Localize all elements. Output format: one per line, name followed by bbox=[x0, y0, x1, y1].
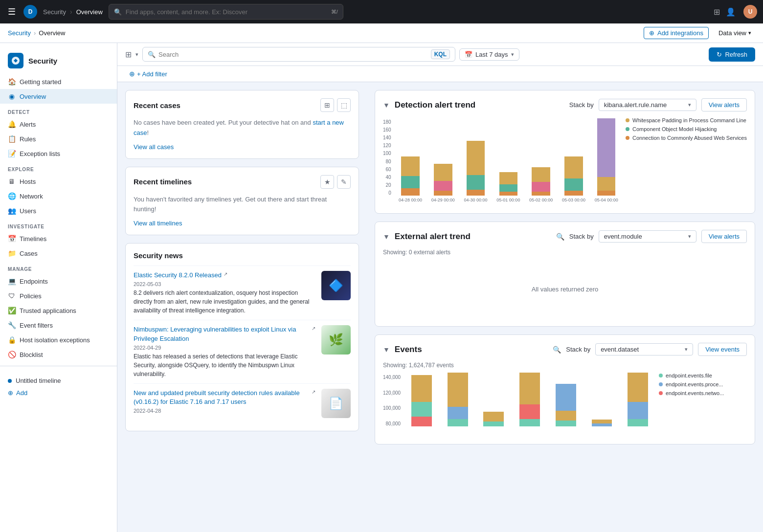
sidebar-item-rules[interactable]: 📋 Rules bbox=[0, 132, 117, 146]
ev-legend-label-3: endpoint.events.netwo... bbox=[666, 390, 724, 396]
sidebar-title: Security bbox=[28, 57, 57, 65]
ev-legend-dot-2 bbox=[659, 382, 663, 386]
sidebar-item-network[interactable]: 🌐 Network bbox=[0, 189, 117, 203]
legend-label-2: Component Object Model Hijacking bbox=[632, 126, 717, 132]
topbar-overview-nav[interactable]: Overview bbox=[76, 8, 103, 16]
events-stack-by-select[interactable]: event.dataset ▾ bbox=[595, 343, 693, 355]
view-all-timelines-link[interactable]: View all timelines bbox=[134, 220, 182, 227]
sidebar-item-label-hosts: Hosts bbox=[20, 178, 36, 185]
sidebar-item-overview[interactable]: ◉ Overview bbox=[0, 89, 117, 104]
sidebar-item-exception-lists[interactable]: 📝 Exception lists bbox=[0, 146, 117, 161]
global-search-input[interactable] bbox=[126, 8, 327, 16]
news-title-2[interactable]: Nimbuspwn: Leveraging vulnerabilities to… bbox=[134, 325, 315, 343]
events-collapse-icon[interactable]: ▼ bbox=[383, 346, 390, 354]
kql-button[interactable]: KQL bbox=[431, 49, 450, 59]
cases-add-icon-button[interactable]: ⊞ bbox=[320, 98, 334, 112]
sidebar-add-button[interactable]: ⊕ Add bbox=[8, 387, 109, 399]
detection-chart-controls: Stack by kibana.alert.rule.name ▾ View a… bbox=[569, 98, 747, 111]
sidebar-item-users[interactable]: 👥 Users bbox=[0, 203, 117, 218]
filter-bar-icon[interactable]: ⊞ bbox=[125, 50, 132, 59]
add-integrations-button[interactable]: ⊕ Add integrations bbox=[644, 27, 709, 39]
bar-seg-0430-2 bbox=[467, 175, 485, 190]
recent-cases-icons: ⊞ ⬚ bbox=[320, 98, 351, 112]
add-filter-label: + Add filter bbox=[137, 70, 167, 78]
news-title-3[interactable]: New and updated prebuilt security detect… bbox=[134, 389, 315, 406]
bar-seg-0504-3 bbox=[597, 191, 616, 196]
view-events-button[interactable]: View events bbox=[698, 343, 747, 356]
sidebar-item-getting-started[interactable]: 🏠 Getting started bbox=[0, 74, 117, 89]
sidebar-item-label-overview: Overview bbox=[20, 93, 46, 100]
y-label-140: 140 bbox=[383, 135, 391, 140]
sidebar-item-hosts[interactable]: 🖥 Hosts bbox=[0, 174, 117, 189]
bar-stack-0428 bbox=[401, 156, 420, 196]
time-range-picker[interactable]: 📅 Last 7 days ▾ bbox=[459, 48, 519, 61]
detection-stack-by-label: Stack by bbox=[569, 101, 594, 109]
ev-legend-item-1: endpoint.events.file bbox=[659, 373, 747, 378]
external-link-icon-3: ↗ bbox=[312, 389, 315, 396]
user-avatar[interactable]: U bbox=[743, 5, 757, 19]
sidebar-item-label-event-filters: Event filters bbox=[20, 322, 53, 329]
events-filter-icon[interactable]: 🔍 bbox=[553, 346, 561, 354]
filter-search-bar[interactable]: 🔍 KQL bbox=[142, 47, 455, 62]
hamburger-menu-icon[interactable]: ☰ bbox=[6, 4, 18, 19]
y-label-160: 160 bbox=[383, 127, 391, 133]
timelines-edit-icon-button[interactable]: ✎ bbox=[337, 175, 351, 189]
news-title-text-2: Nimbuspwn: Leveraging vulnerabilities to… bbox=[134, 325, 310, 343]
global-search-bar[interactable]: 🔍 ⌘/ bbox=[109, 4, 343, 20]
news-title-1[interactable]: Elastic Security 8.2.0 Released ↗ bbox=[134, 271, 315, 280]
refresh-button[interactable]: ↻ Refresh bbox=[709, 47, 755, 62]
ev-bar-stack-3 bbox=[483, 412, 504, 426]
sidebar-item-endpoints[interactable]: 💻 Endpoints bbox=[0, 274, 117, 288]
sidebar-item-label-cases: Cases bbox=[20, 250, 38, 257]
view-all-cases-link[interactable]: View all cases bbox=[134, 143, 174, 151]
sidebar-item-blocklist[interactable]: 🚫 Blocklist bbox=[0, 347, 117, 362]
ev-bar-stack-5 bbox=[556, 384, 576, 426]
y-label-120: 120 bbox=[383, 143, 391, 148]
x-label-0501: 05-01 00:00 bbox=[493, 198, 524, 202]
sidebar-bottom: Untitled timeline ⊕ Add bbox=[0, 370, 117, 402]
detection-bars-area: 04-28 00:00 04-29 00:00 04-30 00:00 05-0… bbox=[395, 117, 622, 205]
sidebar-item-trusted-apps[interactable]: ✅ Trusted applications bbox=[0, 303, 117, 318]
bar-seg-0428-1 bbox=[401, 156, 420, 176]
events-chart-legend: endpoint.events.file endpoint.events.pro… bbox=[659, 373, 747, 436]
legend-label-1: Whitespace Padding in Process Command Li… bbox=[632, 117, 746, 123]
main-content: ⊞ ▾ 🔍 KQL 📅 Last 7 days ▾ ↻ Refresh ⊕ + … bbox=[117, 43, 763, 532]
sidebar-item-timelines[interactable]: 📅 Timelines bbox=[0, 231, 117, 246]
timelines-star-icon-button[interactable]: ★ bbox=[320, 175, 334, 189]
y-label-20: 20 bbox=[386, 182, 391, 188]
events-stack-by-label: Stack by bbox=[566, 346, 590, 353]
nav-separator: › bbox=[70, 8, 72, 16]
breadcrumb-security[interactable]: Security bbox=[8, 29, 31, 37]
sidebar-item-cases[interactable]: 📁 Cases bbox=[0, 246, 117, 261]
add-filter-button[interactable]: ⊕ + Add filter bbox=[125, 68, 755, 80]
topbar-security-nav[interactable]: Security bbox=[43, 8, 66, 16]
ev-seg-3-1 bbox=[483, 412, 504, 421]
y-label-0: 0 bbox=[388, 190, 391, 196]
sidebar-item-host-isolation[interactable]: 🔒 Host isolation exceptions bbox=[0, 332, 117, 347]
filter-dropdown-icon[interactable]: ▾ bbox=[135, 51, 138, 58]
sidebar-item-policies[interactable]: 🛡 Policies bbox=[0, 288, 117, 303]
bar-seg-0503-1 bbox=[564, 156, 583, 178]
cases-external-icon-button[interactable]: ⬚ bbox=[337, 98, 351, 112]
alerts-icon: 🔔 bbox=[8, 120, 16, 128]
grid-icon[interactable]: ⊞ bbox=[714, 7, 720, 17]
view-external-alerts-button[interactable]: View alerts bbox=[701, 230, 747, 243]
detection-collapse-icon[interactable]: ▼ bbox=[383, 101, 390, 109]
bar-seg-0504-2 bbox=[597, 177, 616, 191]
workspace-avatar[interactable]: D bbox=[23, 5, 37, 19]
sidebar-untitled-timeline[interactable]: Untitled timeline bbox=[8, 374, 109, 387]
detection-stack-by-select[interactable]: kibana.alert.rule.name ▾ bbox=[599, 99, 696, 111]
ev-bar-3 bbox=[477, 412, 511, 426]
external-filter-icon[interactable]: 🔍 bbox=[556, 233, 564, 241]
detection-y-axis: 180 160 140 120 100 80 60 40 20 0 bbox=[383, 117, 391, 205]
ev-legend-label-1: endpoint.events.file bbox=[666, 373, 712, 378]
user-icon[interactable]: 👤 bbox=[726, 7, 736, 17]
external-collapse-icon[interactable]: ▼ bbox=[383, 233, 390, 241]
sidebar-item-alerts[interactable]: 🔔 Alerts bbox=[0, 117, 117, 132]
sidebar-item-event-filters[interactable]: 🔧 Event filters bbox=[0, 318, 117, 332]
view-alerts-button[interactable]: View alerts bbox=[701, 98, 747, 111]
filter-search-input[interactable] bbox=[158, 51, 428, 58]
data-view-button[interactable]: Data view ▾ bbox=[715, 27, 755, 39]
external-stack-by-select[interactable]: event.module ▾ bbox=[599, 230, 696, 243]
external-title-row: ▼ External alert trend bbox=[383, 232, 471, 242]
